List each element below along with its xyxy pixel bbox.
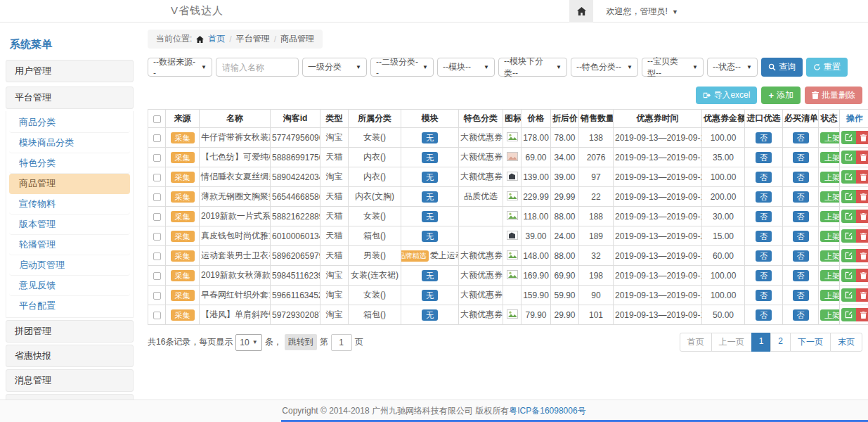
per-page-select[interactable]: 10▼	[235, 334, 261, 351]
row-checkbox[interactable]	[153, 174, 161, 181]
sidebar-subitem-模块商品分类[interactable]: 模块商品分类	[9, 133, 130, 153]
delete-button[interactable]	[856, 131, 868, 144]
edit-button[interactable]	[841, 308, 856, 321]
import-no-badge[interactable]: 否	[756, 290, 772, 301]
pager-button-上一页[interactable]: 上一页	[711, 333, 752, 352]
sidebar-subitem-轮播管理[interactable]: 轮播管理	[9, 235, 130, 255]
pager-button-2[interactable]: 2	[770, 333, 791, 352]
edit-button[interactable]	[841, 170, 856, 184]
must-buy-no-badge[interactable]: 否	[793, 270, 809, 281]
sidebar-subitem-商品分类[interactable]: 商品分类	[9, 113, 130, 133]
status-on-badge[interactable]: 上架	[820, 191, 840, 203]
must-buy-no-badge[interactable]: 否	[793, 191, 809, 203]
icp-link[interactable]: 粤ICP备16098006号	[509, 405, 585, 417]
status-on-badge[interactable]: 上架	[820, 231, 840, 242]
status-on-badge[interactable]: 上架	[820, 152, 840, 163]
status-on-badge[interactable]: 上架	[820, 290, 840, 301]
import-excel-button[interactable]: 导入excel	[696, 87, 757, 104]
edit-button[interactable]	[841, 249, 856, 262]
delete-button[interactable]	[856, 288, 868, 302]
pager-button-末页[interactable]: 末页	[830, 333, 862, 352]
filter-select-data-source[interactable]: --数据来源--▼	[148, 58, 212, 77]
status-on-badge[interactable]: 上架	[820, 270, 840, 281]
filter-select-level2-category[interactable]: --二级分类--▼	[370, 58, 434, 77]
sidebar-group-拼团管理[interactable]: 拼团管理	[6, 320, 134, 343]
breadcrumb-home-link[interactable]: 首页	[208, 33, 225, 45]
sidebar-group-消息管理[interactable]: 消息管理	[6, 369, 134, 392]
status-on-badge[interactable]: 上架	[820, 250, 840, 262]
row-checkbox[interactable]	[153, 193, 161, 201]
delete-button[interactable]	[856, 151, 868, 164]
filter-select-status[interactable]: --状态--▼	[707, 58, 758, 77]
import-no-badge[interactable]: 否	[756, 231, 772, 242]
delete-button[interactable]	[856, 190, 868, 203]
delete-button[interactable]	[856, 210, 868, 223]
reset-button[interactable]: 重置	[806, 58, 848, 77]
edit-button[interactable]	[841, 229, 856, 243]
import-no-badge[interactable]: 否	[756, 191, 772, 203]
row-checkbox[interactable]	[153, 272, 161, 280]
home-button[interactable]	[569, 0, 593, 23]
row-checkbox[interactable]	[153, 292, 161, 300]
row-checkbox[interactable]	[153, 154, 161, 162]
import-no-badge[interactable]: 否	[756, 309, 772, 321]
filter-select-level1-category[interactable]: 一级分类▼	[302, 58, 367, 77]
status-on-badge[interactable]: 上架	[820, 172, 840, 183]
must-buy-no-badge[interactable]: 否	[793, 172, 809, 183]
import-no-badge[interactable]: 否	[756, 172, 772, 183]
delete-button[interactable]	[856, 229, 868, 243]
sidebar-group-users[interactable]: 用户管理	[6, 60, 134, 82]
status-on-badge[interactable]: 上架	[820, 132, 840, 143]
filter-select-module[interactable]: --模块--▼	[437, 58, 495, 77]
pager-button-1[interactable]: 1	[751, 333, 772, 352]
edit-button[interactable]	[841, 269, 856, 282]
must-buy-no-badge[interactable]: 否	[793, 132, 809, 143]
row-checkbox[interactable]	[153, 312, 161, 319]
must-buy-no-badge[interactable]: 否	[793, 152, 809, 163]
sidebar-subitem-商品管理[interactable]: 商品管理	[9, 174, 130, 194]
filter-select-feature-category[interactable]: --特色分类--▼	[571, 58, 638, 77]
user-menu[interactable]: 欢迎您，管理员! ▼	[606, 6, 678, 18]
must-buy-no-badge[interactable]: 否	[793, 290, 809, 301]
status-on-badge[interactable]: 上架	[820, 211, 840, 222]
sidebar-group-省惠快报[interactable]: 省惠快报	[6, 345, 134, 367]
delete-button[interactable]	[856, 249, 868, 262]
filter-select-module-sub-category[interactable]: --模块下分类--▼	[498, 58, 567, 77]
must-buy-no-badge[interactable]: 否	[793, 309, 809, 321]
page-number-input[interactable]	[331, 334, 352, 351]
row-checkbox[interactable]	[153, 134, 161, 142]
edit-button[interactable]	[841, 288, 856, 302]
sidebar-subitem-版本管理[interactable]: 版本管理	[9, 215, 130, 235]
sidebar-subitem-平台配置[interactable]: 平台配置	[9, 296, 130, 316]
pager-button-下一页[interactable]: 下一页	[790, 333, 831, 352]
delete-button[interactable]	[856, 269, 868, 282]
row-checkbox[interactable]	[153, 213, 161, 221]
row-checkbox[interactable]	[153, 233, 161, 241]
sidebar-subitem-宣传物料[interactable]: 宣传物料	[9, 194, 130, 215]
must-buy-no-badge[interactable]: 否	[793, 211, 809, 222]
status-on-badge[interactable]: 上架	[820, 309, 840, 321]
import-no-badge[interactable]: 否	[756, 211, 772, 222]
edit-button[interactable]	[841, 151, 856, 164]
row-checkbox[interactable]	[153, 252, 161, 260]
filter-input-name[interactable]	[216, 58, 299, 77]
delete-button[interactable]	[856, 308, 868, 321]
search-button[interactable]: 查询	[761, 58, 803, 77]
sidebar-subitem-启动页管理[interactable]: 启动页管理	[9, 255, 130, 276]
batch-delete-button[interactable]: 批量删除	[805, 87, 862, 104]
import-no-badge[interactable]: 否	[756, 132, 772, 143]
delete-button[interactable]	[856, 170, 868, 184]
filter-select-item-type[interactable]: --宝贝类型--▼	[642, 58, 704, 77]
select-all-checkbox[interactable]	[153, 115, 161, 123]
edit-button[interactable]	[841, 210, 856, 223]
edit-button[interactable]	[841, 131, 856, 144]
sidebar-subitem-意见反馈[interactable]: 意见反馈	[9, 276, 130, 296]
import-no-badge[interactable]: 否	[756, 250, 772, 262]
pager-button-首页[interactable]: 首页	[680, 333, 712, 352]
sidebar-subitem-特色分类[interactable]: 特色分类	[9, 153, 130, 174]
must-buy-no-badge[interactable]: 否	[793, 231, 809, 242]
import-no-badge[interactable]: 否	[756, 152, 772, 163]
import-no-badge[interactable]: 否	[756, 270, 772, 281]
must-buy-no-badge[interactable]: 否	[793, 250, 809, 262]
add-button[interactable]: + 添加	[761, 87, 801, 104]
